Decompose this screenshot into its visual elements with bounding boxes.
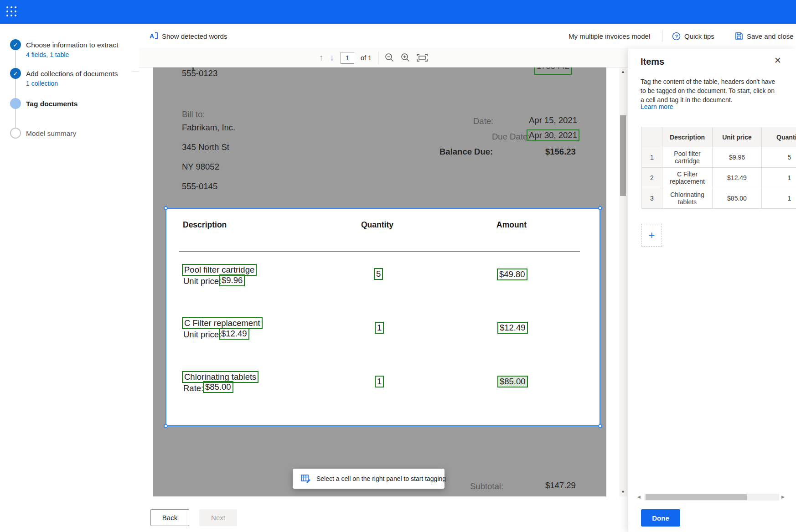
row2-number: 2 bbox=[642, 168, 662, 188]
bill-to-address: Fabrikam, Inc. 345 North St NY 98052 555… bbox=[182, 123, 235, 191]
close-icon[interactable]: ✕ bbox=[774, 55, 781, 66]
balance-due-label: Balance Due: bbox=[439, 147, 493, 157]
show-detected-words-button[interactable]: A Show detected words bbox=[149, 24, 227, 48]
table-selection-region[interactable]: Description Quantity Amount Pool filter … bbox=[165, 208, 600, 426]
doc-col-amount: Amount bbox=[496, 220, 527, 230]
tag-row2-amount[interactable]: $12.49 bbox=[497, 322, 528, 334]
due-date-tagged[interactable]: Apr 30, 2021 bbox=[527, 129, 579, 141]
horizontal-scrollbar-thumb[interactable] bbox=[646, 494, 747, 500]
row2-quantity-cell[interactable]: 1 bbox=[762, 168, 796, 188]
header-divider bbox=[662, 30, 662, 42]
svg-text:A: A bbox=[150, 32, 154, 40]
next-button-disabled[interactable]: Next bbox=[199, 509, 237, 526]
done-button[interactable]: Done bbox=[641, 509, 680, 527]
doc-col-description: Description bbox=[183, 220, 227, 230]
tagging-hint-tooltip: Select a cell on the right panel to star… bbox=[293, 469, 445, 489]
tag-row3-unit-price[interactable]: $85.00 bbox=[203, 381, 233, 393]
show-detected-words-label: Show detected words bbox=[162, 32, 227, 40]
page-number-input[interactable] bbox=[341, 52, 354, 64]
date-value: Apr 15, 2021 bbox=[529, 115, 577, 125]
save-and-close-label: Save and close bbox=[747, 32, 794, 40]
header-toolbar: A Show detected words My multiple invoic… bbox=[0, 24, 796, 48]
add-row-button[interactable]: + bbox=[641, 224, 662, 247]
col-header-unit-price: Unit price bbox=[713, 127, 762, 147]
table-pen-icon bbox=[301, 474, 310, 483]
items-panel: Items ✕ Tag the content of the table, he… bbox=[628, 49, 796, 532]
toolbar-separator bbox=[378, 52, 378, 64]
title-bar bbox=[0, 0, 796, 24]
invoice-document[interactable]: 555-0123 1785442 Bill to: Fabrikam, Inc.… bbox=[153, 67, 606, 496]
detect-text-icon: A bbox=[149, 32, 158, 40]
row3-quantity-cell[interactable]: 1 bbox=[762, 188, 796, 209]
next-page-arrow-icon[interactable]: ↓ bbox=[330, 53, 335, 62]
panel-title: Items bbox=[641, 57, 664, 67]
tag-row1-unit-price[interactable]: $9.96 bbox=[219, 274, 245, 286]
tag-row3-amount-selected[interactable]: $85.00 bbox=[497, 376, 528, 387]
vertical-scrollbar-thumb[interactable] bbox=[620, 115, 626, 196]
row2-description-cell[interactable]: C Filter replacement bbox=[662, 168, 713, 188]
invoice-phone: 555-0123 bbox=[182, 68, 217, 78]
viewer-controls: ↑ ↓ of 1 bbox=[319, 48, 428, 67]
page-count-label: of 1 bbox=[361, 54, 372, 62]
save-icon bbox=[735, 32, 743, 40]
step1-label: Choose information to extract bbox=[26, 41, 118, 49]
quick-tips-label: Quick tips bbox=[684, 32, 714, 40]
back-button[interactable]: Back bbox=[150, 509, 189, 526]
step1-sublink[interactable]: 4 fields, 1 table bbox=[26, 51, 69, 58]
scroll-up-arrow-icon[interactable]: ▲ bbox=[619, 69, 627, 74]
save-and-close-button[interactable]: Save and close bbox=[735, 24, 794, 48]
svg-text:?: ? bbox=[675, 33, 678, 39]
zoom-in-icon[interactable] bbox=[401, 53, 410, 62]
selection-handle-bottom-right[interactable] bbox=[598, 424, 602, 428]
tag-row3-quantity[interactable]: 1 bbox=[375, 376, 384, 387]
invoice-number-tagged[interactable]: 1785442 bbox=[534, 67, 572, 75]
step2-check-icon: ✓ bbox=[10, 68, 21, 79]
row1-quantity-cell[interactable]: 5 bbox=[762, 147, 796, 168]
panel-horizontal-scrollbar[interactable]: ◀ ▶ bbox=[637, 494, 786, 501]
tag-row1-quantity[interactable]: 5 bbox=[374, 268, 383, 280]
learn-more-link[interactable]: Learn more bbox=[641, 103, 673, 110]
doc-table-rule bbox=[179, 251, 580, 252]
tag-row2-quantity[interactable]: 1 bbox=[375, 322, 384, 334]
row2-unit-price-cell[interactable]: $12.49 bbox=[713, 168, 762, 188]
document-vertical-scrollbar[interactable] bbox=[619, 67, 627, 496]
row1-description-cell[interactable]: Pool filter cartridge bbox=[662, 147, 713, 168]
footer-bar: Back Next bbox=[0, 496, 628, 532]
scroll-right-arrow-icon[interactable]: ▶ bbox=[781, 495, 785, 499]
scroll-down-arrow-icon[interactable]: ▼ bbox=[619, 490, 627, 494]
row2-unit-label: Unit price: bbox=[183, 330, 221, 340]
row1-number: 1 bbox=[642, 147, 662, 168]
selection-handle-bottom-left[interactable] bbox=[164, 424, 168, 428]
bill-to-label: Bill to: bbox=[182, 109, 205, 119]
row3-description-cell[interactable]: Chlorinating tablets bbox=[662, 188, 713, 209]
step1-check-icon: ✓ bbox=[10, 39, 21, 50]
app-root: A Show detected words My multiple invoic… bbox=[0, 0, 796, 532]
selection-handle-top-right[interactable] bbox=[598, 206, 602, 210]
quick-tips-button[interactable]: ? Quick tips bbox=[672, 24, 714, 48]
doc-col-quantity: Quantity bbox=[361, 220, 393, 230]
tag-row1-amount[interactable]: $49.80 bbox=[497, 269, 527, 280]
balance-due-value: $156.23 bbox=[545, 147, 576, 157]
subtotal-label: Subtotal: bbox=[470, 481, 503, 491]
col-header-description: Description bbox=[662, 127, 713, 147]
step2-sublink[interactable]: 1 collection bbox=[26, 80, 58, 87]
step2-label: Add collections of documents bbox=[26, 70, 118, 78]
due-date-label: Due Date: bbox=[492, 132, 530, 142]
selection-handle-top-left[interactable] bbox=[164, 206, 168, 210]
question-circle-icon: ? bbox=[672, 32, 681, 41]
scroll-left-arrow-icon[interactable]: ◀ bbox=[637, 495, 641, 499]
col-header-quantity: Quantity bbox=[762, 127, 796, 147]
step4-circle-icon bbox=[10, 128, 21, 139]
zoom-out-icon[interactable] bbox=[385, 53, 394, 62]
items-table: Description Unit price Quantity 1 Pool f… bbox=[641, 127, 796, 209]
fit-to-page-icon[interactable] bbox=[417, 54, 428, 62]
row3-number: 3 bbox=[642, 188, 662, 209]
tooltip-text: Select a cell on the right panel to star… bbox=[316, 475, 446, 482]
row1-unit-price-cell[interactable]: $9.96 bbox=[713, 147, 762, 168]
step3-label: Tag documents bbox=[26, 100, 78, 108]
previous-page-arrow-icon[interactable]: ↑ bbox=[319, 53, 324, 62]
app-launcher-waffle-icon[interactable] bbox=[6, 6, 18, 18]
tag-row2-unit-price[interactable]: $12.49 bbox=[219, 328, 249, 340]
row3-unit-price-cell[interactable]: $85.00 bbox=[713, 188, 762, 209]
row1-unit-label: Unit price: bbox=[183, 276, 221, 286]
